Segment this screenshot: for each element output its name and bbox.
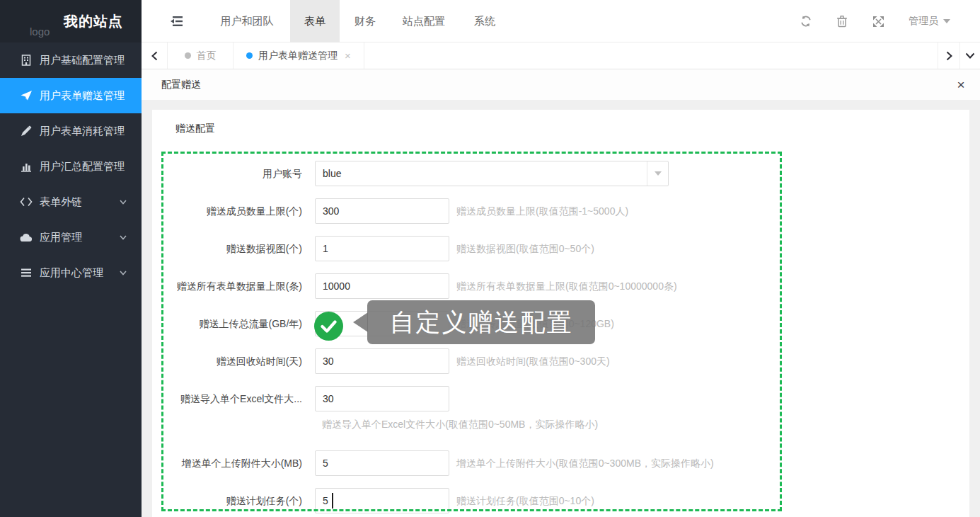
field-hint: 增送单个上传附件大小(取值范围0~300MB，实际操作略小)	[456, 450, 714, 476]
form-row: 赠送成员数量上限(个) 赠送成员数量上限(取值范围-1~5000人)	[152, 198, 930, 224]
field-hint: 赠送计划任务(取值范围0~10个)	[456, 488, 594, 513]
field-label: 赠送成员数量上限(个)	[165, 198, 302, 224]
field-label: 赠送上传总流量(GB/年)	[165, 311, 302, 336]
form-row: 赠送回收站时间(天) 赠送回收站时间(取值范围0~300天)	[152, 348, 930, 374]
nav-tab-site-config[interactable]: 站点配置	[400, 0, 448, 42]
select-value: blue	[323, 161, 341, 186]
form-row: 赠送所有表单数据量上限(条) 赠送所有表单数据量上限(取值范围0~1000000…	[152, 273, 930, 299]
tab-dot-icon	[246, 52, 253, 59]
tooltip-arrow-icon	[353, 312, 368, 332]
field-label: 赠送数据视图(个)	[165, 236, 302, 261]
form-row: 赠送计划任务(个) 赠送计划任务(取值范围0~10个)	[152, 488, 930, 513]
tabs-menu-button[interactable]	[959, 42, 980, 69]
tabs-scroll-right-button[interactable]	[938, 42, 959, 69]
bar-chart-icon	[20, 160, 33, 173]
field-label: 赠送所有表单数据量上限(条)	[165, 273, 302, 299]
sidebar-item-label: 应用管理	[40, 231, 82, 244]
nav-tab-system[interactable]: 系统	[472, 0, 497, 42]
tab-dot-icon	[185, 52, 191, 59]
tab-user-form-gift[interactable]: 用户表单赠送管理 ×	[234, 42, 364, 69]
sidebar-collapse-button[interactable]	[163, 0, 192, 42]
config-gift-panel-header: 配置赠送 ×	[142, 69, 980, 100]
sidebar-item-app-management[interactable]: 应用管理	[0, 220, 142, 255]
close-icon[interactable]: ×	[950, 69, 972, 100]
fullscreen-icon	[872, 16, 884, 28]
sidebar-item-user-summary-config[interactable]: 用户汇总配置管理	[0, 149, 142, 184]
sidebar-item-user-form-consume[interactable]: 用户表单消耗管理	[0, 113, 142, 149]
sidebar-item-label: 表单外链	[40, 195, 82, 209]
excel-size-input[interactable]	[315, 386, 449, 411]
admin-dropdown[interactable]: 管理员	[909, 0, 950, 42]
field-hint: 赠送回收站时间(取值范围0~300天)	[456, 348, 610, 374]
field-hint: 赠送数据视图(取值范围0~50个)	[456, 236, 594, 261]
sidebar-item-label: 用户表单赠送管理	[40, 89, 125, 103]
form-row: 增送单个上传附件大小(MB) 增送单个上传附件大小(取值范围0~300MB，实际…	[152, 450, 930, 476]
member-limit-input[interactable]	[315, 198, 449, 224]
chevron-left-icon	[151, 51, 158, 61]
sidebar-item-label: 用户表单消耗管理	[40, 125, 125, 138]
chevron-down-icon	[119, 233, 127, 242]
code-icon	[20, 195, 33, 208]
page-tabbar: 首页 用户表单赠送管理 ×	[142, 42, 980, 69]
attachment-size-input[interactable]	[315, 450, 449, 476]
tab-home[interactable]: 首页	[168, 42, 234, 69]
annotation-tooltip: 自定义赠送配置	[367, 300, 595, 344]
chevron-down-icon	[655, 171, 662, 176]
field-label: 赠送计划任务(个)	[165, 488, 302, 513]
field-hint: 赠送导入单个Excel文件大小(取值范围0~50MB，实际操作略小)	[322, 419, 598, 431]
refresh-button[interactable]	[793, 0, 819, 42]
sidebar-item-form-external-link[interactable]: 表单外链	[0, 184, 142, 220]
nav-tab-finance[interactable]: 财务	[352, 0, 378, 42]
chevron-down-icon	[965, 52, 975, 59]
building-icon	[20, 54, 33, 67]
recycle-days-input[interactable]	[315, 348, 449, 374]
sidebar-item-user-basic-config[interactable]: 用户基础配置管理	[0, 42, 142, 78]
tab-close-icon[interactable]: ×	[345, 50, 351, 62]
chevron-right-icon	[945, 51, 953, 61]
send-icon	[20, 89, 33, 102]
site-title: 我的站点	[64, 12, 123, 31]
clear-cache-button[interactable]	[829, 0, 855, 42]
nav-tab-users-teams[interactable]: 用户和团队	[216, 0, 278, 42]
select-arrow-box[interactable]	[647, 161, 668, 186]
field-hint: 赠送成员数量上限(取值范围-1~5000人)	[456, 198, 628, 224]
field-label: 用户账号	[165, 161, 302, 186]
check-badge	[314, 312, 343, 341]
sidebar-item-user-form-gift[interactable]: 用户表单赠送管理	[0, 78, 142, 113]
panel-title: 配置赠送	[161, 69, 201, 100]
tabs-scroll-left-button[interactable]	[142, 42, 168, 69]
field-label: 赠送回收站时间(天)	[165, 348, 302, 374]
menu-fold-icon	[171, 16, 185, 27]
sidebar-item-label: 应用中心管理	[40, 266, 103, 280]
user-account-select[interactable]: blue	[315, 161, 669, 186]
check-icon	[321, 320, 337, 333]
chevron-down-icon	[119, 198, 127, 206]
data-view-input[interactable]	[315, 236, 449, 261]
logo: logo 我的站点	[0, 0, 142, 42]
card-title: 赠送配置	[175, 123, 215, 135]
nav-tab-forms[interactable]: 表单	[290, 0, 340, 42]
logo-text: logo	[30, 25, 50, 38]
form-data-limit-input[interactable]	[315, 273, 449, 299]
main-content: 配置赠送 × 赠送配置 用户账号 blue 赠送成员数量上限(个) 赠送成员数量…	[142, 69, 980, 517]
chevron-down-icon	[119, 268, 127, 277]
refresh-icon	[800, 15, 812, 28]
form-row: 用户账号 blue	[152, 161, 930, 186]
admin-label: 管理员	[909, 15, 938, 28]
fullscreen-button[interactable]	[865, 0, 891, 42]
menu-icon	[20, 266, 33, 279]
header: logo 我的站点 用户和团队 表单 财务 站点配置 系统	[0, 0, 980, 42]
sidebar-item-label: 用户基础配置管理	[40, 54, 125, 67]
trash-icon	[836, 15, 848, 28]
field-hint: 赠送所有表单数据量上限(取值范围0~10000000条)	[456, 273, 677, 299]
field-label: 赠送导入单个Excel文件大...	[165, 386, 302, 411]
tooltip-text: 自定义赠送配置	[390, 306, 573, 339]
scheduled-tasks-input[interactable]	[315, 488, 449, 513]
form-row: 赠送导入单个Excel文件大...	[152, 386, 930, 411]
pen-icon	[20, 125, 33, 137]
field-label: 增送单个上传附件大小(MB)	[165, 450, 302, 476]
sidebar-item-app-center-management[interactable]: 应用中心管理	[0, 255, 142, 290]
cloud-icon	[20, 231, 33, 244]
tab-label: 用户表单赠送管理	[258, 50, 338, 62]
chevron-down-icon	[943, 19, 950, 23]
